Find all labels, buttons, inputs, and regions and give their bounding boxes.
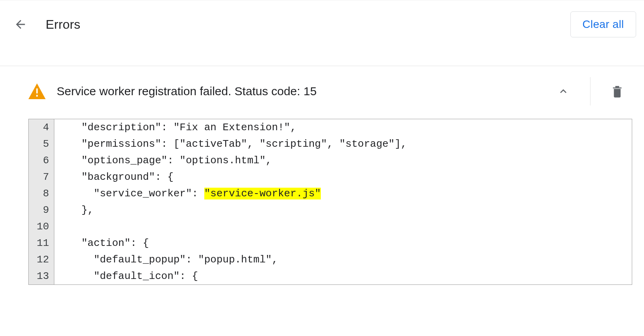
trash-icon [611,85,623,98]
back-button[interactable] [11,15,30,34]
code-line: 12 "default_popup": "popup.html", [29,251,632,268]
code-line: 5 "permissions": ["activeTab", "scriptin… [29,136,632,152]
code-content: "default_popup": "popup.html", [54,251,632,268]
delete-error-button[interactable] [606,80,628,102]
code-content: "description": "Fix an Extension!", [54,119,632,136]
code-text: "background": { [69,171,174,183]
svg-rect-0 [36,89,38,94]
code-table: 4 "description": "Fix an Extension!",5 "… [29,119,632,284]
code-text: }, [69,204,94,216]
collapse-button[interactable] [552,80,574,102]
code-line: 4 "description": "Fix an Extension!", [29,119,632,136]
line-number: 12 [29,251,54,268]
code-text: "options_page": "options.html", [69,155,272,166]
line-number: 4 [29,119,54,136]
warning-icon [28,83,46,99]
page-title: Errors [46,17,80,32]
line-number: 10 [29,218,54,235]
chevron-up-icon [557,85,570,98]
code-content [54,218,632,235]
code-content: }, [54,202,632,218]
code-text: "service_worker": [69,188,204,199]
error-panel: Service worker registration failed. Stat… [0,66,644,285]
code-text: "action": { [69,237,149,249]
clear-all-button[interactable]: Clear all [570,11,636,37]
line-number: 11 [29,235,54,251]
line-number: 7 [29,169,54,185]
code-text: "permissions": ["activeTab", "scripting"… [69,138,407,150]
code-content: "default_icon": { [54,268,632,284]
line-number: 6 [29,152,54,169]
code-text: "default_popup": "popup.html", [69,254,278,266]
vertical-divider [590,77,590,105]
code-content: "action": { [54,235,632,251]
line-number: 5 [29,136,54,152]
code-content: "permissions": ["activeTab", "scripting"… [54,136,632,152]
line-number: 13 [29,268,54,284]
page-header: Errors Clear all [0,0,644,48]
svg-rect-1 [36,95,38,97]
code-content: "background": { [54,169,632,185]
code-line: 6 "options_page": "options.html", [29,152,632,169]
code-line: 9 }, [29,202,632,218]
code-line: 10 [29,218,632,235]
code-line: 7 "background": { [29,169,632,185]
error-header: Service worker registration failed. Stat… [28,66,632,116]
line-number: 8 [29,185,54,202]
code-text: "description": "Fix an Extension!", [69,122,296,133]
line-number: 9 [29,202,54,218]
error-title: Service worker registration failed. Stat… [57,85,552,98]
errors-page: Errors Clear all Service worker registra… [0,0,644,336]
code-line: 8 "service_worker": "service-worker.js" [29,185,632,202]
code-line: 13 "default_icon": { [29,268,632,284]
code-line: 11 "action": { [29,235,632,251]
code-viewer: 4 "description": "Fix an Extension!",5 "… [28,119,632,285]
code-content: "service_worker": "service-worker.js" [54,185,632,202]
code-content: "options_page": "options.html", [54,152,632,169]
code-text: "default_icon": { [69,270,198,282]
highlighted-code: "service-worker.js" [204,188,321,199]
arrow-left-icon [14,18,27,31]
